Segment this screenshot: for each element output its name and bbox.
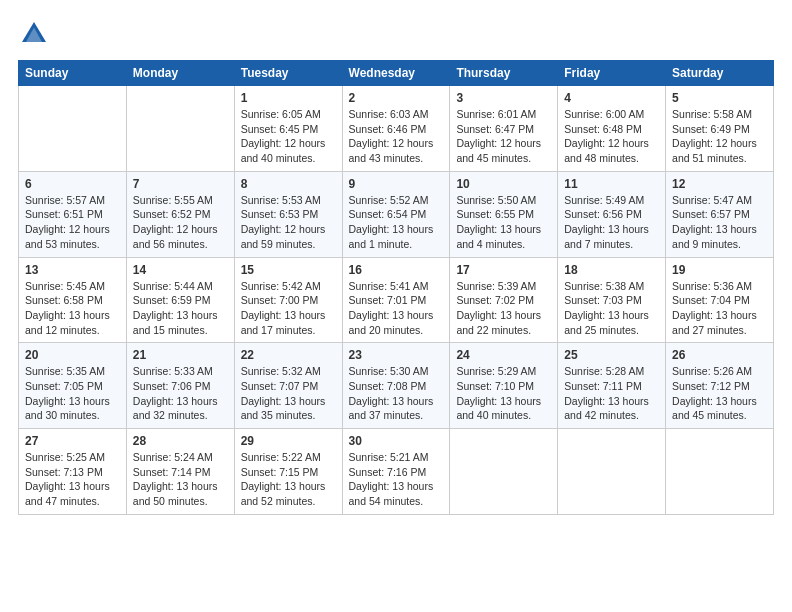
calendar-cell: 15Sunrise: 5:42 AMSunset: 7:00 PMDayligh… — [234, 257, 342, 343]
day-info: Sunrise: 5:28 AMSunset: 7:11 PMDaylight:… — [564, 364, 659, 423]
calendar-cell: 19Sunrise: 5:36 AMSunset: 7:04 PMDayligh… — [666, 257, 774, 343]
day-info: Sunrise: 5:22 AMSunset: 7:15 PMDaylight:… — [241, 450, 336, 509]
day-number: 24 — [456, 348, 551, 362]
calendar-cell — [19, 86, 127, 172]
day-number: 1 — [241, 91, 336, 105]
week-row-3: 13Sunrise: 5:45 AMSunset: 6:58 PMDayligh… — [19, 257, 774, 343]
day-info: Sunrise: 5:35 AMSunset: 7:05 PMDaylight:… — [25, 364, 120, 423]
day-info: Sunrise: 5:24 AMSunset: 7:14 PMDaylight:… — [133, 450, 228, 509]
day-info: Sunrise: 5:45 AMSunset: 6:58 PMDaylight:… — [25, 279, 120, 338]
day-header-saturday: Saturday — [666, 61, 774, 86]
week-row-5: 27Sunrise: 5:25 AMSunset: 7:13 PMDayligh… — [19, 429, 774, 515]
day-number: 15 — [241, 263, 336, 277]
day-info: Sunrise: 5:26 AMSunset: 7:12 PMDaylight:… — [672, 364, 767, 423]
day-number: 25 — [564, 348, 659, 362]
page: SundayMondayTuesdayWednesdayThursdayFrid… — [0, 0, 792, 612]
day-info: Sunrise: 5:57 AMSunset: 6:51 PMDaylight:… — [25, 193, 120, 252]
day-info: Sunrise: 6:03 AMSunset: 6:46 PMDaylight:… — [349, 107, 444, 166]
day-info: Sunrise: 5:33 AMSunset: 7:06 PMDaylight:… — [133, 364, 228, 423]
day-number: 2 — [349, 91, 444, 105]
calendar-cell: 25Sunrise: 5:28 AMSunset: 7:11 PMDayligh… — [558, 343, 666, 429]
day-number: 16 — [349, 263, 444, 277]
day-info: Sunrise: 5:42 AMSunset: 7:00 PMDaylight:… — [241, 279, 336, 338]
calendar-cell: 29Sunrise: 5:22 AMSunset: 7:15 PMDayligh… — [234, 429, 342, 515]
calendar-cell: 24Sunrise: 5:29 AMSunset: 7:10 PMDayligh… — [450, 343, 558, 429]
calendar-cell: 2Sunrise: 6:03 AMSunset: 6:46 PMDaylight… — [342, 86, 450, 172]
calendar-cell: 6Sunrise: 5:57 AMSunset: 6:51 PMDaylight… — [19, 171, 127, 257]
day-number: 14 — [133, 263, 228, 277]
header-row: SundayMondayTuesdayWednesdayThursdayFrid… — [19, 61, 774, 86]
day-number: 3 — [456, 91, 551, 105]
day-number: 10 — [456, 177, 551, 191]
day-info: Sunrise: 5:52 AMSunset: 6:54 PMDaylight:… — [349, 193, 444, 252]
day-number: 29 — [241, 434, 336, 448]
calendar-cell — [666, 429, 774, 515]
day-info: Sunrise: 5:58 AMSunset: 6:49 PMDaylight:… — [672, 107, 767, 166]
calendar-cell: 18Sunrise: 5:38 AMSunset: 7:03 PMDayligh… — [558, 257, 666, 343]
header — [18, 18, 774, 50]
calendar-cell: 1Sunrise: 6:05 AMSunset: 6:45 PMDaylight… — [234, 86, 342, 172]
calendar-cell: 28Sunrise: 5:24 AMSunset: 7:14 PMDayligh… — [126, 429, 234, 515]
day-number: 8 — [241, 177, 336, 191]
day-header-tuesday: Tuesday — [234, 61, 342, 86]
day-info: Sunrise: 5:41 AMSunset: 7:01 PMDaylight:… — [349, 279, 444, 338]
calendar-table: SundayMondayTuesdayWednesdayThursdayFrid… — [18, 60, 774, 515]
calendar-cell: 14Sunrise: 5:44 AMSunset: 6:59 PMDayligh… — [126, 257, 234, 343]
week-row-1: 1Sunrise: 6:05 AMSunset: 6:45 PMDaylight… — [19, 86, 774, 172]
day-info: Sunrise: 6:05 AMSunset: 6:45 PMDaylight:… — [241, 107, 336, 166]
day-info: Sunrise: 5:30 AMSunset: 7:08 PMDaylight:… — [349, 364, 444, 423]
day-info: Sunrise: 5:36 AMSunset: 7:04 PMDaylight:… — [672, 279, 767, 338]
day-info: Sunrise: 5:49 AMSunset: 6:56 PMDaylight:… — [564, 193, 659, 252]
calendar-cell: 26Sunrise: 5:26 AMSunset: 7:12 PMDayligh… — [666, 343, 774, 429]
day-info: Sunrise: 5:50 AMSunset: 6:55 PMDaylight:… — [456, 193, 551, 252]
calendar-cell: 30Sunrise: 5:21 AMSunset: 7:16 PMDayligh… — [342, 429, 450, 515]
calendar-cell: 12Sunrise: 5:47 AMSunset: 6:57 PMDayligh… — [666, 171, 774, 257]
day-header-thursday: Thursday — [450, 61, 558, 86]
calendar-cell — [126, 86, 234, 172]
calendar-cell: 4Sunrise: 6:00 AMSunset: 6:48 PMDaylight… — [558, 86, 666, 172]
day-info: Sunrise: 5:55 AMSunset: 6:52 PMDaylight:… — [133, 193, 228, 252]
day-number: 27 — [25, 434, 120, 448]
day-header-wednesday: Wednesday — [342, 61, 450, 86]
day-number: 13 — [25, 263, 120, 277]
calendar-cell: 13Sunrise: 5:45 AMSunset: 6:58 PMDayligh… — [19, 257, 127, 343]
day-info: Sunrise: 6:01 AMSunset: 6:47 PMDaylight:… — [456, 107, 551, 166]
day-header-sunday: Sunday — [19, 61, 127, 86]
calendar-cell: 3Sunrise: 6:01 AMSunset: 6:47 PMDaylight… — [450, 86, 558, 172]
logo-icon — [18, 18, 50, 50]
calendar-cell — [558, 429, 666, 515]
day-number: 11 — [564, 177, 659, 191]
day-number: 28 — [133, 434, 228, 448]
day-number: 21 — [133, 348, 228, 362]
calendar-cell: 11Sunrise: 5:49 AMSunset: 6:56 PMDayligh… — [558, 171, 666, 257]
day-number: 20 — [25, 348, 120, 362]
day-number: 7 — [133, 177, 228, 191]
calendar-cell: 7Sunrise: 5:55 AMSunset: 6:52 PMDaylight… — [126, 171, 234, 257]
day-number: 26 — [672, 348, 767, 362]
day-number: 17 — [456, 263, 551, 277]
day-number: 9 — [349, 177, 444, 191]
day-info: Sunrise: 5:39 AMSunset: 7:02 PMDaylight:… — [456, 279, 551, 338]
calendar-cell — [450, 429, 558, 515]
day-number: 5 — [672, 91, 767, 105]
day-info: Sunrise: 5:25 AMSunset: 7:13 PMDaylight:… — [25, 450, 120, 509]
calendar-cell: 9Sunrise: 5:52 AMSunset: 6:54 PMDaylight… — [342, 171, 450, 257]
calendar-cell: 10Sunrise: 5:50 AMSunset: 6:55 PMDayligh… — [450, 171, 558, 257]
day-number: 19 — [672, 263, 767, 277]
day-number: 23 — [349, 348, 444, 362]
day-number: 4 — [564, 91, 659, 105]
day-header-monday: Monday — [126, 61, 234, 86]
day-header-friday: Friday — [558, 61, 666, 86]
week-row-2: 6Sunrise: 5:57 AMSunset: 6:51 PMDaylight… — [19, 171, 774, 257]
calendar-cell: 20Sunrise: 5:35 AMSunset: 7:05 PMDayligh… — [19, 343, 127, 429]
day-number: 22 — [241, 348, 336, 362]
day-info: Sunrise: 5:53 AMSunset: 6:53 PMDaylight:… — [241, 193, 336, 252]
day-number: 6 — [25, 177, 120, 191]
day-info: Sunrise: 5:29 AMSunset: 7:10 PMDaylight:… — [456, 364, 551, 423]
day-number: 18 — [564, 263, 659, 277]
calendar-cell: 22Sunrise: 5:32 AMSunset: 7:07 PMDayligh… — [234, 343, 342, 429]
calendar-cell: 21Sunrise: 5:33 AMSunset: 7:06 PMDayligh… — [126, 343, 234, 429]
day-info: Sunrise: 5:32 AMSunset: 7:07 PMDaylight:… — [241, 364, 336, 423]
week-row-4: 20Sunrise: 5:35 AMSunset: 7:05 PMDayligh… — [19, 343, 774, 429]
calendar-cell: 17Sunrise: 5:39 AMSunset: 7:02 PMDayligh… — [450, 257, 558, 343]
